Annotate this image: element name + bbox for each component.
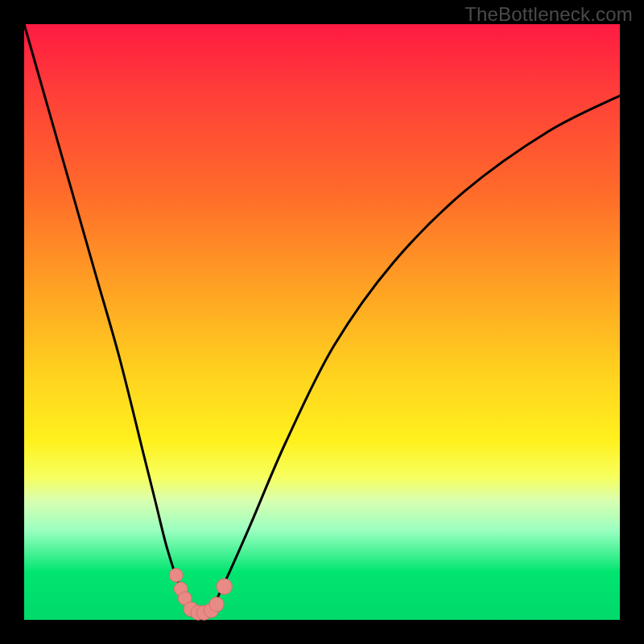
plot-area — [24, 24, 620, 620]
marker-right-cluster-gap — [217, 579, 233, 595]
marker-left-cluster-top — [169, 568, 183, 582]
watermark-text: TheBottleneck.com — [464, 3, 633, 26]
chart-frame: TheBottleneck.com — [0, 0, 644, 644]
bottleneck-curve — [24, 24, 620, 615]
curve-layer — [24, 24, 620, 620]
marker-layer — [169, 568, 232, 620]
marker-right-cluster-low — [209, 597, 224, 612]
